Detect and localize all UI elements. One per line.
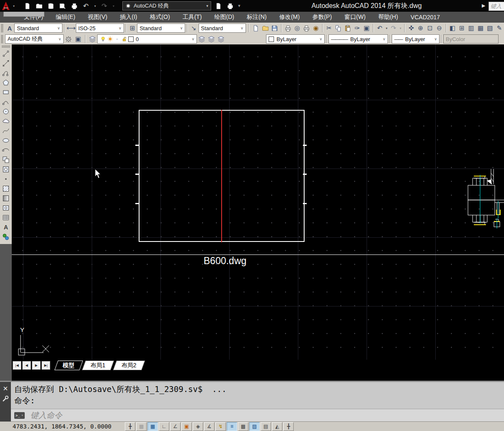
qat-overflow-icon[interactable]: ▼: [237, 4, 241, 8]
polygon-icon[interactable]: [1, 78, 11, 87]
tab-previous-button[interactable]: ◀: [22, 361, 31, 370]
undo-dropdown-icon[interactable]: ▾: [93, 4, 97, 8]
multiline-text-icon[interactable]: A: [1, 222, 11, 232]
tab-layout2[interactable]: 布局2: [113, 361, 145, 370]
annotation-monitor-toggle[interactable]: ◭: [272, 422, 282, 431]
dim-style-icon[interactable]: ⟷: [66, 23, 75, 33]
redo-icon[interactable]: ↷: [389, 23, 398, 33]
lineweight-control-combo[interactable]: —— ByLayer ∨: [392, 34, 439, 44]
toolbar-grip[interactable]: [2, 45, 10, 48]
copy-icon[interactable]: [334, 23, 343, 33]
object-snap-toggle[interactable]: ▣: [181, 422, 192, 431]
redo-icon[interactable]: ↷: [100, 1, 109, 10]
lineweight-toggle[interactable]: ≡: [227, 422, 237, 431]
object-snap-tracking-toggle[interactable]: ∡: [204, 422, 215, 431]
region-icon[interactable]: [1, 203, 11, 213]
design-center-icon[interactable]: ⊞: [457, 23, 466, 33]
close-icon[interactable]: ✕: [3, 385, 8, 392]
arc-icon[interactable]: [1, 97, 11, 106]
menu-tools[interactable]: 工具(T): [176, 12, 208, 23]
application-menu-button[interactable]: ▾: [0, 0, 17, 11]
save-icon[interactable]: [46, 1, 55, 10]
layer-match-icon[interactable]: [207, 34, 216, 44]
gradient-icon[interactable]: [1, 193, 11, 203]
ortho-mode-toggle[interactable]: ∟: [159, 422, 169, 431]
layer-lock-unlock-icon[interactable]: [121, 36, 127, 42]
markup-set-manager-icon[interactable]: ✎: [495, 23, 504, 33]
menu-window[interactable]: 窗口(W): [338, 12, 372, 23]
table-style-combo[interactable]: Standard ∨: [137, 23, 185, 33]
command-window[interactable]: ✕ 自动保存到 D:\Autosave\所有块_1_1_2309.sv$ ...…: [0, 381, 504, 421]
cut-icon[interactable]: ✂: [324, 23, 333, 33]
my-workspace-icon[interactable]: ▣: [73, 34, 83, 44]
ellipse-icon[interactable]: [1, 135, 11, 145]
layer-properties-manager-icon[interactable]: [88, 34, 97, 44]
layer-on-off-icon[interactable]: [100, 36, 106, 42]
pan-icon[interactable]: ✜: [406, 23, 416, 33]
make-object-layer-current-icon[interactable]: [197, 34, 207, 44]
undo-icon[interactable]: ↶: [81, 1, 90, 10]
menu-modify[interactable]: 修改(M): [273, 12, 306, 23]
new-icon[interactable]: [23, 1, 32, 10]
tab-last-button[interactable]: ▶|: [41, 361, 50, 370]
tool-palettes-icon[interactable]: ▥: [466, 23, 476, 33]
menu-insert[interactable]: 插入(I): [114, 12, 143, 23]
linetype-control-combo[interactable]: ———— ByLayer ∨: [328, 34, 388, 44]
plot-icon[interactable]: [70, 1, 79, 10]
add-selected-icon[interactable]: [1, 232, 11, 241]
tab-first-button[interactable]: |◀: [13, 361, 21, 370]
sheet-set-manager-icon[interactable]: ▧: [485, 23, 494, 33]
3d-object-snap-toggle[interactable]: ◈: [193, 422, 203, 431]
toolbar-grip[interactable]: [1, 24, 3, 32]
menu-help[interactable]: 帮助(H): [372, 12, 404, 23]
polar-tracking-toggle[interactable]: ∠: [170, 422, 181, 431]
properties-icon[interactable]: ◧: [448, 23, 457, 33]
table-style-icon[interactable]: ⊞: [128, 23, 137, 33]
workspace-switcher-combo[interactable]: AutoCAD 经典 ▾: [122, 1, 211, 10]
new-icon[interactable]: [251, 23, 261, 33]
tab-next-button[interactable]: ▶: [32, 361, 41, 370]
command-prompt-icon[interactable]: >_ ▾: [14, 412, 25, 419]
paste-icon[interactable]: [343, 23, 352, 33]
snap-mode-toggle[interactable]: ╋: [125, 422, 135, 431]
workspace-combo[interactable]: AutoCAD 经典 ∨: [5, 34, 64, 44]
command-history[interactable]: 自动保存到 D:\Autosave\所有块_1_1_2309.sv$ ...命令…: [11, 382, 504, 409]
save-as-icon[interactable]: [58, 1, 67, 10]
menu-draw[interactable]: 绘图(D): [208, 12, 240, 23]
layer-vp-freeze-icon[interactable]: ▫: [114, 36, 120, 42]
undo-dropdown-icon[interactable]: ▾: [385, 23, 389, 33]
batch-plot-icon[interactable]: [225, 1, 235, 10]
layer-previous-icon[interactable]: [216, 34, 226, 44]
polyline-icon[interactable]: [1, 68, 11, 78]
command-input-row[interactable]: >_ ▾ 键入命令: [11, 409, 504, 421]
zoom-previous-icon[interactable]: ⊖: [434, 23, 444, 33]
transmit-icon[interactable]: [214, 1, 223, 10]
line-icon[interactable]: [1, 49, 11, 58]
revision-cloud-icon[interactable]: [1, 116, 11, 126]
clean-screen-toggle[interactable]: ╋: [283, 422, 294, 431]
transparency-toggle[interactable]: ▩: [238, 422, 248, 431]
layer-combo[interactable]: ▫ 0 ∨: [97, 34, 197, 44]
quick-properties-toggle[interactable]: ▨: [249, 422, 260, 431]
text-style-combo[interactable]: Standard ∨: [14, 23, 62, 33]
drawing-canvas[interactable]: B600.dwg: [12, 44, 504, 360]
circle-icon[interactable]: [1, 106, 11, 116]
infocenter-expand-icon[interactable]: ▶: [482, 3, 485, 8]
menu-vcad2017[interactable]: VCAD2017: [404, 12, 446, 23]
layer-freeze-thaw-icon[interactable]: [107, 36, 113, 42]
menu-parametric[interactable]: 参数(P): [306, 12, 338, 23]
ellipse-arc-icon[interactable]: [1, 145, 11, 155]
selection-cycling-toggle[interactable]: ▤: [261, 422, 271, 431]
redo-dropdown-icon[interactable]: ▾: [398, 23, 403, 33]
menu-view[interactable]: 视图(V): [82, 12, 114, 23]
save-icon[interactable]: [270, 23, 279, 33]
construction-line-icon[interactable]: [1, 58, 11, 68]
rectangle-icon[interactable]: [1, 87, 11, 97]
workspace-settings-icon[interactable]: [64, 34, 73, 44]
publish-icon[interactable]: [302, 23, 311, 33]
dim-style-combo[interactable]: ISO-25 ∨: [76, 23, 124, 33]
plot-icon[interactable]: [283, 23, 292, 33]
plot-preview-icon[interactable]: ◎: [292, 23, 302, 33]
dynamic-input-toggle[interactable]: ↯: [215, 422, 226, 431]
color-control-combo[interactable]: ByLayer ∨: [266, 34, 325, 44]
